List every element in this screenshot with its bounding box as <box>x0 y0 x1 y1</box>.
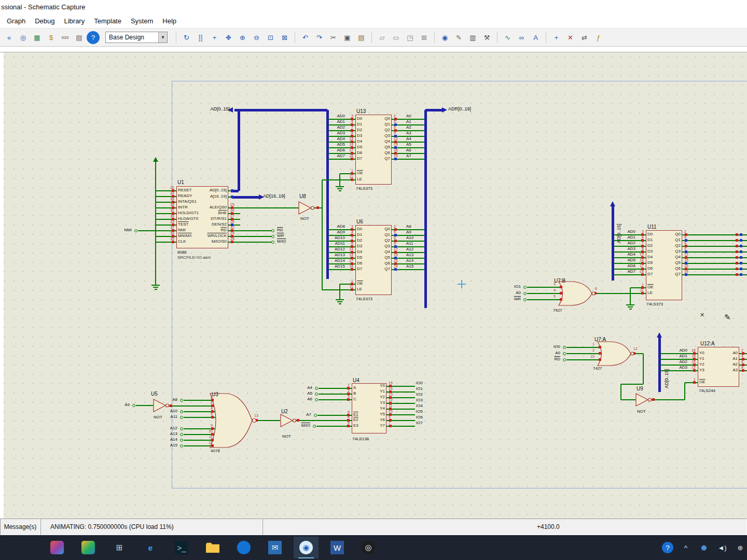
terminal-node[interactable] <box>134 229 137 232</box>
help-icon[interactable]: ? <box>87 31 100 44</box>
terminal-node[interactable] <box>523 292 527 295</box>
state-square <box>347 398 350 401</box>
not-gate-U5[interactable] <box>153 398 171 413</box>
move-block-icon[interactable]: ▭ <box>390 31 403 44</box>
terminal-node[interactable] <box>180 416 183 419</box>
tray-help-icon[interactable]: ? <box>662 542 673 553</box>
menu-item-graph[interactable]: Graph <box>2 15 30 27</box>
find-component-icon[interactable]: ∞ <box>515 31 528 44</box>
copy-icon[interactable]: ▣ <box>341 31 354 44</box>
word-icon[interactable]: W <box>325 537 350 558</box>
undo-icon[interactable]: ↶ <box>299 31 312 44</box>
decompose-icon[interactable]: ⚒ <box>480 31 493 44</box>
tray-shield-icon[interactable]: ⬟ <box>698 542 710 553</box>
terminal-node[interactable] <box>315 398 318 401</box>
microscope-app-icon[interactable] <box>45 537 70 558</box>
terminal-node[interactable] <box>180 410 183 413</box>
rotate-block-icon[interactable]: ◳ <box>404 31 417 44</box>
terminal-node[interactable] <box>523 286 527 289</box>
terminal-node[interactable] <box>271 235 274 238</box>
nor-gate-U3[interactable] <box>209 393 257 449</box>
terminal-node[interactable] <box>313 425 316 428</box>
chevron-down-icon[interactable]: ▼ <box>158 32 167 43</box>
not-gate-U2[interactable] <box>280 413 298 428</box>
ground-symbol <box>339 190 341 191</box>
terminal-node[interactable] <box>271 241 274 244</box>
menu-item-library[interactable]: Library <box>59 15 89 27</box>
zoom-area-icon[interactable]: ⊠ <box>278 31 291 44</box>
state-square <box>693 381 696 384</box>
terminal-node[interactable] <box>132 404 135 407</box>
binary-log-icon[interactable]: 010 <box>59 31 72 44</box>
make-device-icon[interactable]: ✎ <box>452 31 465 44</box>
file-explorer-icon[interactable] <box>200 537 225 558</box>
tray-network-icon[interactable]: ⊕ <box>735 542 746 553</box>
terminal-node[interactable] <box>315 393 318 396</box>
terminal-node[interactable] <box>271 229 274 232</box>
terminal-node[interactable] <box>523 298 527 301</box>
zoom-in-icon[interactable]: ⊕ <box>236 31 249 44</box>
menu-item-template[interactable]: Template <box>89 15 126 27</box>
terminal-node[interactable] <box>563 358 566 361</box>
menu-item-debug[interactable]: Debug <box>30 15 59 27</box>
delete-block-icon[interactable]: ⊠ <box>418 31 431 44</box>
not-gate-U9[interactable] <box>635 393 653 407</box>
pin-number: 3 <box>548 282 556 286</box>
mail-icon[interactable]: ✉ <box>262 537 287 558</box>
terminal-node[interactable] <box>315 387 318 390</box>
terminal-node[interactable] <box>180 439 183 442</box>
remove-sheet-icon[interactable]: ✕ <box>564 31 577 44</box>
paste-icon[interactable]: ▤ <box>355 31 368 44</box>
obs-icon[interactable]: ◎ <box>356 537 381 558</box>
zoom-out-icon[interactable]: ⊖ <box>250 31 263 44</box>
bill-of-materials-icon[interactable]: $ <box>45 31 58 44</box>
gate-ref: U9 <box>637 386 643 391</box>
sheet-selector[interactable]: Base Design▼ <box>105 32 168 43</box>
not-gate-U8[interactable] <box>298 201 316 215</box>
redo-icon[interactable]: ↷ <box>313 31 326 44</box>
terminal-node[interactable] <box>180 433 183 436</box>
new-sheet-icon[interactable]: + <box>550 31 563 44</box>
pin-name: MN/MX <box>178 233 192 239</box>
browser-icon[interactable] <box>231 537 256 558</box>
script-icon[interactable]: ƒ <box>592 31 605 44</box>
redraw-icon[interactable]: ↻ <box>180 31 193 44</box>
menu-item-system[interactable]: System <box>126 15 158 27</box>
terminal-node[interactable] <box>563 352 566 355</box>
terminal-node[interactable] <box>180 399 183 402</box>
terminal-node[interactable] <box>180 427 183 430</box>
notes-icon[interactable]: ▤ <box>73 31 86 44</box>
proteus-taskbar-icon[interactable]: ◉ <box>294 537 319 558</box>
packaging-tool-icon[interactable]: ▥ <box>466 31 479 44</box>
cut-icon[interactable]: ✂ <box>327 31 340 44</box>
tray-chevron-icon[interactable]: ^ <box>680 542 691 553</box>
terminal-node[interactable] <box>314 414 317 417</box>
preview-icon[interactable]: « <box>3 31 16 44</box>
terminal-node[interactable] <box>180 444 183 447</box>
nor-gate-U7:B[interactable] <box>558 281 596 306</box>
edge-icon[interactable]: e <box>138 537 163 558</box>
schematic-canvas[interactable]: AD[0..15]ADR[0..19]AD[16..19]AD[0..15]AD… <box>0 52 747 519</box>
gate-part: NOT <box>282 434 291 439</box>
copy-block-icon[interactable]: ▱ <box>376 31 389 44</box>
pick-parts-icon[interactable]: ◉ <box>438 31 451 44</box>
origin-icon[interactable]: + <box>208 31 221 44</box>
goto-sheet-icon[interactable]: ⇄ <box>578 31 591 44</box>
pin-name: E1 <box>353 412 358 417</box>
pin-name: OE <box>699 380 706 385</box>
grid-toggle-icon[interactable]: ⣿ <box>194 31 207 44</box>
zoom-all-icon[interactable]: ⊡ <box>264 31 277 44</box>
terminal-node[interactable] <box>563 346 566 349</box>
property-assignment-icon[interactable]: A <box>529 31 542 44</box>
nor-gate-U7:A[interactable] <box>597 341 635 366</box>
task-view-icon[interactable]: ⊞ <box>107 537 132 558</box>
menu-item-help[interactable]: Help <box>158 15 181 27</box>
pan-icon[interactable]: ✥ <box>222 31 235 44</box>
net-label: A10 <box>406 235 413 241</box>
terminal-icon[interactable]: >_ <box>169 537 194 558</box>
graph-mode-icon[interactable]: ∿ <box>501 31 514 44</box>
graphics-app-icon[interactable] <box>76 537 101 558</box>
zoom-search-icon[interactable]: ◎ <box>17 31 30 44</box>
tray-volume-icon[interactable]: ◄) <box>716 542 728 553</box>
design-explorer-icon[interactable]: ▦ <box>31 31 44 44</box>
